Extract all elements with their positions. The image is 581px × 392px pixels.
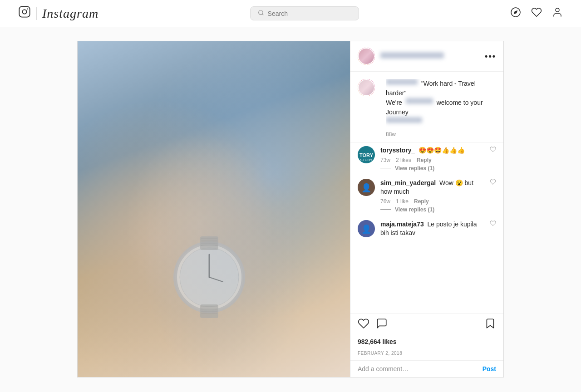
sim-likes: 1 like xyxy=(396,198,409,205)
desc-time: 88w xyxy=(386,130,496,138)
svg-text:STORY: STORY xyxy=(360,158,373,162)
search-input[interactable] xyxy=(268,10,351,17)
post-header: ••• xyxy=(350,41,503,72)
search-icon xyxy=(258,10,264,17)
sim-comment-meta: 76w 1 like Reply xyxy=(380,198,484,205)
main-content: ••• "Work hard - Travel harder" We're xyxy=(0,0,581,377)
post-comments-panel: ••• "Work hard - Travel harder" We're xyxy=(350,41,503,377)
svg-line-4 xyxy=(262,14,263,15)
svg-marker-6 xyxy=(514,10,517,14)
post-date-text: FEBRUARY 2, 2018 xyxy=(358,351,402,356)
add-comment-bar: Post xyxy=(350,360,503,377)
header: Instagram xyxy=(0,0,581,27)
sim-reply-button[interactable]: Reply xyxy=(414,198,429,205)
svg-point-2 xyxy=(27,8,28,9)
add-comment-input[interactable] xyxy=(358,365,483,372)
tory-like-icon[interactable] xyxy=(490,146,496,154)
profile-icon[interactable] xyxy=(552,7,563,20)
bookmark-button[interactable] xyxy=(484,318,496,332)
sim-view-replies[interactable]: View replies (1) xyxy=(380,206,484,213)
username-blurred xyxy=(380,52,444,59)
post-photo xyxy=(78,41,350,377)
tory-likes: 2 likes xyxy=(396,157,411,163)
likes-count: 982,664 likes xyxy=(358,338,397,345)
svg-point-1 xyxy=(22,10,26,14)
heart-icon[interactable] xyxy=(531,7,542,20)
desc-username-blurred xyxy=(386,79,418,85)
svg-point-7 xyxy=(556,8,559,12)
maja-username[interactable]: maja.mateja73 xyxy=(380,220,424,228)
sim-view-replies-text[interactable]: View replies (1) xyxy=(395,206,434,213)
desc-blur3 xyxy=(386,117,422,123)
header-right xyxy=(510,7,563,20)
svg-text:👤: 👤 xyxy=(361,224,372,234)
tory-time: 73w xyxy=(380,157,390,163)
tory-comment-body: torysstory_ 😍😍🤩👍👍👍 73w 2 likes Reply Vie… xyxy=(380,146,484,172)
watch-overlay xyxy=(78,41,350,377)
tory-comment-meta: 73w 2 likes Reply xyxy=(380,157,484,163)
svg-point-3 xyxy=(258,10,262,15)
tory-view-replies[interactable]: View replies (1) xyxy=(380,165,484,172)
desc-blur2 xyxy=(406,98,433,104)
post-comment-button[interactable]: Post xyxy=(483,365,496,372)
comment-item: 👤 maja.mateja73 Le posto je kupila bih i… xyxy=(358,220,496,238)
comments-list: TORY STORY torysstory_ 😍😍🤩👍👍👍 73w 2 like… xyxy=(350,142,503,314)
tory-view-replies-text[interactable]: View replies (1) xyxy=(395,165,434,172)
sim-comment-text: sim_min_yadergal Wow 😮 but how much xyxy=(380,179,473,196)
sim-time: 76w xyxy=(380,198,390,205)
tory-username[interactable]: torysstory_ xyxy=(380,147,415,154)
more-options-button[interactable]: ••• xyxy=(485,52,496,61)
post-likes: 982,664 likes xyxy=(350,336,503,348)
svg-rect-0 xyxy=(19,6,30,17)
sim-like-icon[interactable] xyxy=(490,179,496,186)
maja-comment-body: maja.mateja73 Le posto je kupila bih ist… xyxy=(380,220,484,238)
post-container: ••• "Work hard - Travel harder" We're xyxy=(77,41,504,377)
like-button[interactable] xyxy=(358,318,369,332)
post-actions xyxy=(350,314,503,336)
maja-like-icon[interactable] xyxy=(490,220,496,228)
desc-text: "Work hard - Travel harder" We're welcom… xyxy=(386,79,496,138)
post-date: FEBRUARY 2, 2018 xyxy=(350,348,503,360)
desc-were: We're xyxy=(386,99,402,106)
search-bar[interactable] xyxy=(250,6,359,20)
svg-text:TORY: TORY xyxy=(359,152,374,158)
tory-avatar[interactable]: TORY STORY xyxy=(358,146,375,163)
maja-comment-text: maja.mateja73 Le posto je kupila bih ist… xyxy=(380,220,477,237)
desc-avatar[interactable] xyxy=(358,79,375,96)
tory-reply-button[interactable]: Reply xyxy=(417,157,432,163)
header-left: Instagram xyxy=(18,5,98,21)
maja-avatar[interactable]: 👤 xyxy=(358,220,375,237)
tory-comment-text: torysstory_ 😍😍🤩👍👍👍 xyxy=(380,147,465,154)
post-owner-avatar[interactable] xyxy=(358,48,375,65)
post-image xyxy=(78,41,350,377)
comment-item: TORY STORY torysstory_ 😍😍🤩👍👍👍 73w 2 like… xyxy=(358,146,496,172)
post-owner-username xyxy=(380,52,479,60)
header-divider xyxy=(36,7,37,20)
comment-item: 👤 sim_min_yadergal Wow 😮 but how much 76… xyxy=(358,179,496,213)
sim-username[interactable]: sim_min_yadergal xyxy=(380,179,436,186)
instagram-camera-icon xyxy=(18,5,31,21)
instagram-wordmark: Instagram xyxy=(42,6,98,21)
svg-text:👤: 👤 xyxy=(361,183,372,193)
sim-comment-body: sim_min_yadergal Wow 😮 but how much 76w … xyxy=(380,179,484,213)
post-description: "Work hard - Travel harder" We're welcom… xyxy=(350,72,503,142)
sim-avatar[interactable]: 👤 xyxy=(358,179,375,196)
explore-icon[interactable] xyxy=(510,7,521,20)
comment-button[interactable] xyxy=(376,318,388,332)
